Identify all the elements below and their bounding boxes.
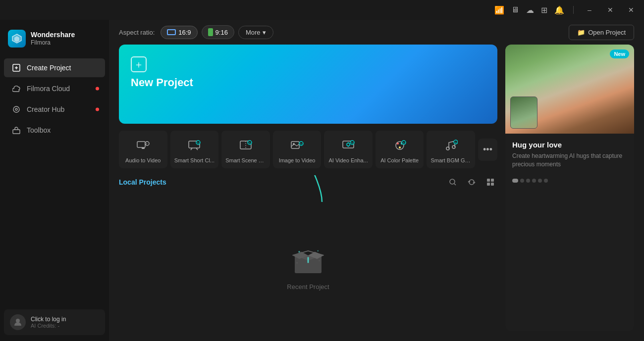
audio-to-video-icon xyxy=(134,137,152,154)
smart-scene-cut-icon: AI xyxy=(237,137,255,154)
sidebar: Wondershare Filmora Create Project Filmo… xyxy=(0,20,109,341)
promo-dot-2[interactable] xyxy=(520,179,524,183)
smart-short-clip-label: Smart Short Cl... xyxy=(174,157,215,163)
aspect-9-16-label: 9:16 xyxy=(215,29,228,36)
empty-state: Recent Project xyxy=(119,197,497,331)
svg-point-49 xyxy=(298,251,300,253)
sidebar-label-toolbox: Toolbox xyxy=(27,126,51,134)
promo-dot-1[interactable] xyxy=(512,179,518,183)
minimize-button[interactable]: – xyxy=(583,3,596,17)
grid-view-button[interactable] xyxy=(483,175,497,189)
user-info: Click to log in AI Credits: - xyxy=(31,316,66,329)
logo-area: Wondershare Filmora xyxy=(0,24,109,57)
sidebar-label-create-project: Create Project xyxy=(27,64,71,72)
toolbox-icon xyxy=(12,126,21,135)
logo-text: Wondershare Filmora xyxy=(31,31,75,46)
svg-text:AI: AI xyxy=(402,142,405,145)
sidebar-item-filmora-cloud[interactable]: Filmora Cloud xyxy=(4,79,105,98)
logo-subtitle: Filmora xyxy=(31,39,75,46)
maximize-button[interactable]: ✕ xyxy=(603,3,617,17)
promo-dot-6[interactable] xyxy=(544,179,548,183)
user-name: Click to log in xyxy=(31,316,66,323)
local-projects-section: Local Projects xyxy=(119,175,497,331)
promo-card[interactable]: New Hug your love Create heartwarming AI… xyxy=(505,45,634,331)
wifi-icon: 📶 xyxy=(494,5,504,15)
more-features-button[interactable]: ••• xyxy=(478,139,497,161)
main-layout: Wondershare Filmora Create Project Filmo… xyxy=(0,20,644,341)
aspect-16-9-icon xyxy=(167,29,176,35)
svg-point-33 xyxy=(397,143,399,145)
feature-ai-color-palette[interactable]: AI AI Color Palette xyxy=(376,131,424,168)
section-actions xyxy=(446,175,497,189)
ai-color-palette-icon: AI xyxy=(391,137,409,154)
main-content: Aspect ratio: 16:9 9:16 More ▾ 📁 Open Pr… xyxy=(109,20,644,341)
promo-dot-5[interactable] xyxy=(538,179,542,183)
empty-box-icon xyxy=(286,238,330,277)
svg-point-6 xyxy=(15,108,17,110)
svg-text:AI: AI xyxy=(351,142,354,145)
promo-dot-4[interactable] xyxy=(532,179,536,183)
smart-short-clip-icon: AI xyxy=(185,137,203,154)
creator-hub-notification-dot xyxy=(96,108,99,111)
open-project-button[interactable]: 📁 Open Project xyxy=(569,25,634,40)
ai-video-enhance-label: AI Video Enha... xyxy=(328,157,369,163)
feature-smart-short-clip[interactable]: AI Smart Short Cl... xyxy=(170,131,219,168)
new-project-plus-icon: ＋ xyxy=(131,56,147,72)
feature-audio-to-video[interactable]: Audio to Video xyxy=(119,131,167,168)
svg-point-50 xyxy=(317,250,319,252)
aspect-9-16-button[interactable]: 9:16 xyxy=(202,25,234,39)
search-button[interactable] xyxy=(446,175,460,189)
titlebar: 📶 🖥 ☁ ⊞ 🔔 – ✕ ✕ xyxy=(0,0,644,20)
image-to-video-icon: AI xyxy=(288,137,306,154)
sidebar-item-creator-hub[interactable]: Creator Hub xyxy=(4,100,105,119)
create-project-icon xyxy=(12,63,21,72)
folder-icon: 📁 xyxy=(577,29,585,36)
svg-point-42 xyxy=(450,179,455,184)
toolbar-right: 📁 Open Project xyxy=(569,25,634,40)
svg-rect-47 xyxy=(491,183,494,186)
titlebar-system-icons: 📶 🖥 ☁ ⊞ 🔔 – ✕ ✕ xyxy=(494,3,638,17)
ai-video-enhance-icon: AI xyxy=(339,137,357,154)
ellipsis-icon: ••• xyxy=(483,145,492,155)
new-project-label: New Project xyxy=(131,76,193,89)
svg-rect-12 xyxy=(142,147,145,149)
left-panel: ＋ New Project xyxy=(119,45,497,331)
sidebar-item-toolbox[interactable]: Toolbox xyxy=(4,121,105,140)
aspect-9-16-icon xyxy=(208,28,213,36)
smart-bgm-icon: AI xyxy=(442,137,460,154)
user-area[interactable]: Click to log in AI Credits: - xyxy=(4,309,105,335)
feature-image-to-video[interactable]: AI Image to Video xyxy=(273,131,322,168)
feature-ai-video-enhance[interactable]: AI AI Video Enha... xyxy=(324,131,373,168)
sidebar-label-creator-hub: Creator Hub xyxy=(27,105,64,113)
chevron-down-icon: ▾ xyxy=(263,29,266,36)
svg-rect-44 xyxy=(487,179,490,182)
ai-color-palette-label: AI Color Palette xyxy=(379,157,420,163)
toolbar: Aspect ratio: 16:9 9:16 More ▾ 📁 Open Pr… xyxy=(109,20,644,45)
content-body: ＋ New Project xyxy=(109,45,644,341)
close-button[interactable]: ✕ xyxy=(624,3,638,17)
filmora-cloud-icon xyxy=(12,84,21,93)
titlebar-separator xyxy=(573,6,574,14)
sidebar-item-create-project[interactable]: Create Project xyxy=(4,58,105,77)
more-aspect-button[interactable]: More ▾ xyxy=(238,26,273,39)
new-badge: New xyxy=(610,49,629,58)
svg-text:AI: AI xyxy=(197,142,200,145)
more-label: More xyxy=(246,29,261,36)
features-row: Audio to Video AI Smart Sh xyxy=(119,131,497,168)
svg-text:AI: AI xyxy=(300,143,303,146)
filmora-cloud-notification-dot xyxy=(96,87,99,91)
promo-dot-3[interactable] xyxy=(526,179,530,183)
logo-title: Wondershare xyxy=(31,31,75,39)
svg-rect-46 xyxy=(487,183,490,186)
app-logo-icon xyxy=(8,30,26,48)
feature-smart-scene-cut[interactable]: AI Smart Scene Cut xyxy=(221,131,270,168)
svg-point-8 xyxy=(16,319,20,323)
right-panel: New Hug your love Create heartwarming AI… xyxy=(505,45,634,331)
aspect-16-9-button[interactable]: 16:9 xyxy=(161,26,197,39)
svg-text:AI: AI xyxy=(454,141,457,144)
new-project-banner[interactable]: ＋ New Project xyxy=(119,45,497,124)
promo-pagination-dots xyxy=(505,174,634,188)
feature-smart-bgm[interactable]: AI Smart BGM Ge... xyxy=(427,131,475,168)
refresh-button[interactable] xyxy=(465,175,479,189)
promo-thumbnail xyxy=(510,97,537,129)
